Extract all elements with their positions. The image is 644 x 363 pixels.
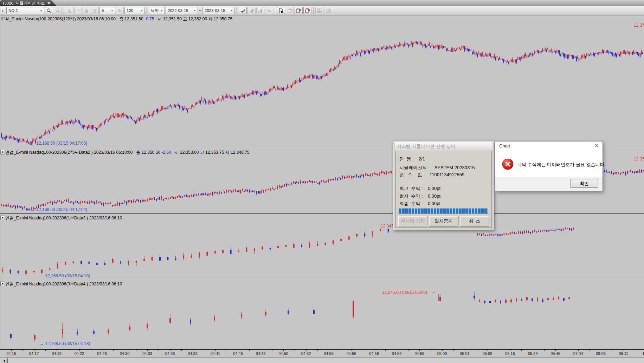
new-chart-icon[interactable] bbox=[277, 7, 285, 14]
axis-tick bbox=[397, 350, 397, 351]
time-axis-label: 05:06 bbox=[483, 351, 492, 356]
time-axis-label: 05:01 bbox=[460, 351, 470, 356]
trendline-check-icon[interactable] bbox=[239, 7, 247, 14]
axis-tick bbox=[499, 350, 499, 351]
time-axis-label: 04:45 bbox=[233, 351, 243, 356]
chevron-down-icon[interactable]: ▼ bbox=[229, 9, 234, 12]
date-to-combo[interactable]: 2023-03-15▼ bbox=[202, 7, 235, 14]
alert-title[interactable]: Chart bbox=[499, 143, 510, 148]
progress-row-min: 최저 수익 : 0.00pt bbox=[399, 193, 440, 199]
axis-tick bbox=[419, 350, 420, 351]
p2-right-price: 12,37 bbox=[634, 157, 644, 161]
panel-header-3[interactable]: 연결_E-mini Nasdaq100-202306(1분Data3 ) 202… bbox=[5, 215, 122, 221]
alert-ok-button[interactable]: 확인 bbox=[571, 179, 598, 188]
time-axis-label: 09:11 bbox=[619, 351, 628, 356]
progress-row-variable: 변 수 값 : 11001134912559 bbox=[399, 172, 464, 178]
chart-left-border bbox=[0, 15, 0, 349]
symbol-combo-value: NO.1 bbox=[8, 8, 18, 13]
tab-simulation-chart[interactable]: [3020] 시뮬레이션 차트 ✕ bbox=[0, 0, 57, 6]
panel-header-text: -0.75 bbox=[144, 16, 154, 21]
axis-tick bbox=[555, 350, 556, 351]
chevron-down-icon[interactable]: ▼ bbox=[159, 9, 165, 12]
panel-collapse-button-3[interactable]: ▼ bbox=[0, 216, 5, 220]
p4-low-label: ← 12,168.50 (03/15 04:18) bbox=[40, 341, 90, 346]
axis-tick bbox=[272, 350, 272, 351]
alert-close-icon[interactable]: ✕ bbox=[594, 143, 599, 148]
axis-line bbox=[0, 349, 644, 350]
date-from-combo[interactable]: 2022-03-15▼ bbox=[166, 7, 198, 14]
axis-tick bbox=[329, 350, 329, 351]
axis-tick bbox=[374, 350, 374, 351]
toolbar-grip[interactable]: ▸ bbox=[1, 7, 5, 14]
axis-tick bbox=[249, 350, 250, 351]
report-r-icon[interactable]: R bbox=[295, 7, 303, 14]
axis-tick bbox=[34, 350, 34, 351]
tab-close-icon[interactable]: ✕ bbox=[47, 0, 50, 6]
panel-header-text: 시 12,353.00 고 12,353.75 저 12,348.75 bbox=[171, 150, 250, 155]
search-icon[interactable] bbox=[45, 7, 53, 14]
progress-dialog-title[interactable]: 시스템 시뮬레이션 진행 상태 bbox=[395, 142, 492, 151]
tick-combo[interactable]: 120▼ bbox=[124, 7, 145, 14]
scroll-left-button[interactable] bbox=[1, 358, 8, 363]
error-icon bbox=[502, 159, 513, 170]
save-state-button[interactable]: 현상태 저장 bbox=[398, 216, 427, 226]
time-axis-label: 04:15 bbox=[6, 351, 16, 356]
date-to-combo-value: 2023-03-15 bbox=[205, 8, 225, 13]
time-axis-label: 05:00 bbox=[437, 351, 447, 356]
axis-tick bbox=[102, 350, 102, 351]
panel-header-2[interactable]: 연결_E-mini Nasdaq100-202306(275틱Data2 ) 2… bbox=[5, 150, 249, 156]
axis-tick bbox=[22, 350, 23, 351]
panel-header-1[interactable]: 연결_E-mini Nasdaq100-202306(120틱) 2023/03… bbox=[1, 16, 232, 22]
export-icon[interactable] bbox=[324, 7, 332, 14]
axis-tick bbox=[340, 350, 340, 351]
axis-tick bbox=[465, 350, 465, 351]
minute-combo[interactable]: 5▼ bbox=[99, 7, 115, 14]
axis-tick bbox=[147, 350, 148, 351]
axis-tick bbox=[261, 350, 261, 351]
chevron-down-icon[interactable]: ▼ bbox=[38, 9, 44, 12]
p1-low-label: ← 12,168.50 (03/15 04:17:05) bbox=[31, 141, 87, 146]
volume-bars-icon[interactable] bbox=[256, 7, 264, 14]
p2-low-label: ← 12,168.50 (03/15 04:17:04) bbox=[31, 207, 87, 212]
axis-tick bbox=[227, 350, 227, 351]
panel-separator-2[interactable] bbox=[0, 213, 644, 214]
chevron-down-icon[interactable]: ▼ bbox=[192, 9, 198, 12]
date-mode-combo[interactable]: 날짜▼ bbox=[149, 7, 165, 14]
left-arrow-icon bbox=[4, 359, 5, 362]
sort-arrows-icon[interactable] bbox=[265, 7, 273, 14]
axis-tick bbox=[57, 350, 57, 351]
panel-collapse-button-4[interactable]: ▼ bbox=[0, 282, 5, 286]
copy-r-icon[interactable]: R bbox=[303, 7, 311, 14]
axis-tick bbox=[68, 350, 68, 351]
panel-collapse-button-2[interactable]: ▼ bbox=[0, 150, 5, 154]
period-week-button[interactable]: 주 bbox=[74, 7, 82, 14]
panel-separator-3[interactable] bbox=[0, 280, 644, 280]
p3-low-label: ← 12,168.50 (03/15 04:18) bbox=[40, 273, 90, 278]
period-tick-button[interactable]: 틱 bbox=[116, 7, 124, 14]
axis-tick bbox=[317, 350, 318, 351]
search-remove-icon[interactable] bbox=[54, 7, 62, 14]
p4-high-arrow: → bbox=[432, 289, 436, 294]
period-day-button[interactable]: 일 bbox=[66, 7, 73, 14]
period-minute-button[interactable]: 분 bbox=[91, 7, 99, 14]
time-axis-label: 04:55 bbox=[324, 351, 334, 356]
chevron-down-icon[interactable]: ▼ bbox=[109, 9, 115, 12]
time-axis-label: 10:0 bbox=[642, 351, 644, 356]
period-month-button[interactable]: 월 bbox=[83, 7, 90, 14]
monitor-icon[interactable] bbox=[286, 7, 294, 14]
axis-tick bbox=[533, 350, 533, 351]
tab-bar: [3020] 시뮬레이션 차트 ✕ bbox=[0, 0, 644, 6]
axis-tick bbox=[521, 350, 522, 351]
horizontal-scrollbar[interactable] bbox=[0, 357, 644, 363]
cancel-button[interactable]: 취 소 bbox=[460, 216, 489, 226]
axis-tick bbox=[624, 350, 624, 351]
time-axis-label: 04:33 bbox=[142, 351, 152, 356]
time-axis-label: 04:30 bbox=[120, 351, 130, 356]
volume-signal-icon[interactable] bbox=[247, 7, 256, 14]
save-icon[interactable] bbox=[315, 7, 323, 14]
symbol-combo[interactable]: NO.1▼ bbox=[6, 7, 44, 14]
pause-button[interactable]: 일시중지 bbox=[429, 216, 458, 226]
time-axis-label: 04:17 bbox=[29, 351, 39, 356]
chevron-down-icon[interactable]: ▼ bbox=[139, 9, 144, 12]
panel-header-4[interactable]: 연결_E-mini Nasdaq100-202306(3분Data4 ) 202… bbox=[5, 281, 122, 287]
